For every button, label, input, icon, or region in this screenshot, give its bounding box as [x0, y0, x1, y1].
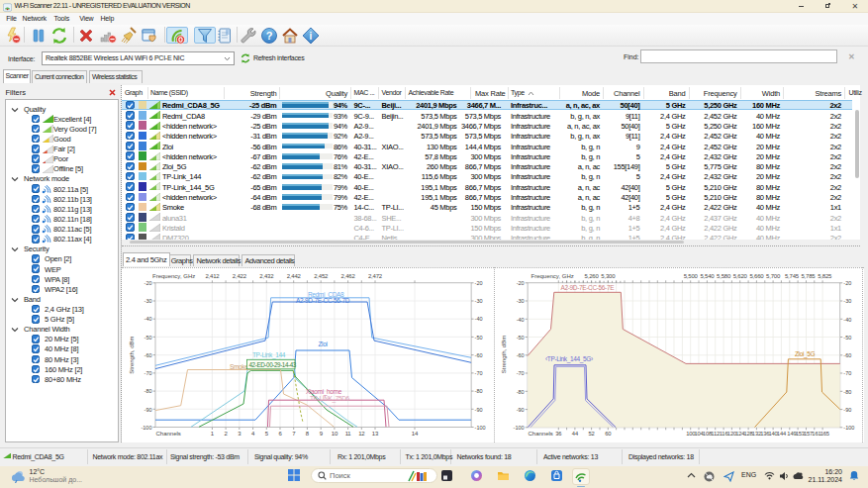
svg-text:-90: -90: [475, 407, 483, 413]
svg-text:-40: -40: [475, 316, 483, 322]
svg-text:A2-9D-7E-CC-56-7D: A2-9D-7E-CC-56-7D: [296, 297, 350, 304]
svg-text:-40: -40: [517, 317, 525, 323]
svg-text:-30: -30: [843, 298, 851, 304]
svg-text:-90: -90: [843, 407, 851, 413]
svg-text:112: 112: [711, 431, 720, 437]
svg-text:5,825: 5,825: [818, 273, 832, 279]
svg-text:5,580: 5,580: [717, 273, 731, 279]
svg-text:Zloi_5G: Zloi_5G: [795, 350, 816, 358]
svg-text:-40: -40: [843, 317, 851, 323]
svg-text:-70: -70: [145, 370, 152, 376]
svg-text:-60: -60: [517, 352, 525, 358]
svg-text:-90: -90: [517, 407, 525, 413]
svg-text:-40: -40: [145, 316, 152, 322]
svg-text:-30: -30: [475, 298, 483, 304]
svg-text:7: 7: [292, 431, 296, 437]
svg-text:2,472: 2,472: [368, 273, 383, 279]
svg-text:5,745: 5,745: [785, 273, 800, 279]
svg-text:-80: -80: [475, 388, 483, 394]
svg-text:2,412: 2,412: [205, 273, 220, 279]
svg-text:2,432: 2,432: [259, 273, 274, 279]
svg-text:-80: -80: [843, 389, 851, 395]
svg-text:2: 2: [225, 431, 229, 437]
svg-text:Smoke: Smoke: [230, 363, 248, 370]
svg-text:-30: -30: [517, 298, 525, 304]
svg-text:5: 5: [265, 431, 269, 437]
svg-text:-20: -20: [843, 280, 851, 286]
svg-text:9: 9: [320, 431, 324, 437]
svg-text:Strength, dBm: Strength, dBm: [129, 336, 135, 373]
svg-text:5,540: 5,540: [700, 273, 715, 279]
svg-text:2,462: 2,462: [341, 273, 356, 279]
svg-text:-100: -100: [514, 425, 525, 431]
svg-text:165: 165: [820, 431, 829, 437]
svg-text:Frequency, GHz: Frequency, GHz: [152, 273, 195, 279]
svg-text:42-ED-00-29-14-43: 42-ED-00-29-14-43: [249, 361, 297, 368]
svg-text:A2-9D-7E-CC-56-7E: A2-9D-7E-CC-56-7E: [561, 284, 616, 291]
svg-text:5,300: 5,300: [601, 273, 616, 279]
svg-text:8: 8: [306, 431, 310, 437]
svg-text:3: 3: [238, 431, 241, 437]
svg-text:-70: -70: [475, 370, 483, 376]
svg-text:-50: -50: [843, 335, 851, 341]
svg-text:5,700: 5,700: [766, 273, 781, 279]
svg-text:14: 14: [412, 431, 419, 437]
svg-text:5,620: 5,620: [733, 273, 748, 279]
svg-text:‹TP-Link_144_5G›: ‹TP-Link_144_5G›: [545, 355, 593, 363]
svg-text:-100: -100: [475, 425, 486, 431]
svg-text:2,442: 2,442: [287, 273, 302, 279]
svg-text:44: 44: [572, 431, 579, 437]
svg-text:-80: -80: [145, 388, 152, 394]
svg-text:?: ?: [265, 30, 272, 42]
svg-text:-20: -20: [475, 280, 483, 286]
svg-text:36: 36: [555, 431, 561, 437]
svg-text:TP-Link_144: TP-Link_144: [252, 351, 286, 359]
svg-text:1: 1: [211, 431, 215, 437]
svg-text:-30: -30: [145, 298, 152, 304]
svg-text:-60: -60: [145, 352, 152, 358]
svg-text:i: i: [310, 31, 313, 42]
svg-text:5,785: 5,785: [801, 273, 816, 279]
svg-text:Channels: Channels: [529, 431, 553, 437]
svg-text:-70: -70: [843, 370, 851, 376]
svg-text:6: 6: [278, 431, 282, 437]
svg-text:-20: -20: [145, 280, 152, 286]
svg-text:-70: -70: [517, 370, 525, 376]
svg-text:5,500: 5,500: [684, 273, 699, 279]
svg-text:4: 4: [251, 431, 255, 437]
svg-text:-50: -50: [517, 335, 525, 341]
svg-text:2,452: 2,452: [314, 273, 329, 279]
svg-text:-100: -100: [141, 425, 151, 431]
svg-text:Strength, dBm: Strength, dBm: [501, 336, 507, 373]
svg-text:Channels: Channels: [156, 431, 181, 437]
svg-text:11: 11: [345, 431, 352, 437]
svg-text:-90: -90: [145, 407, 152, 413]
svg-text:5,660: 5,660: [749, 273, 764, 279]
svg-text:-50: -50: [145, 335, 152, 341]
svg-text:-60: -60: [843, 352, 851, 358]
svg-text:144: 144: [777, 431, 787, 437]
svg-text:Zloi: Zloi: [319, 341, 328, 347]
svg-text:-20: -20: [517, 280, 525, 286]
svg-text:5,260: 5,260: [585, 273, 600, 279]
svg-text:Frequency, GHz: Frequency, GHz: [531, 273, 574, 279]
svg-text:13: 13: [372, 431, 379, 437]
svg-text:2,422: 2,422: [233, 273, 247, 279]
svg-text:-100: -100: [843, 425, 854, 431]
svg-text:-50: -50: [475, 335, 483, 341]
svg-text:-80: -80: [517, 389, 525, 395]
svg-text:TP-LINK_75D6: TP-LINK_75D6: [310, 395, 350, 403]
svg-text:-60: -60: [475, 352, 483, 358]
svg-text:52: 52: [589, 431, 595, 437]
svg-text:60: 60: [605, 431, 611, 437]
svg-text:12: 12: [358, 431, 365, 437]
svg-text:10: 10: [332, 431, 338, 437]
